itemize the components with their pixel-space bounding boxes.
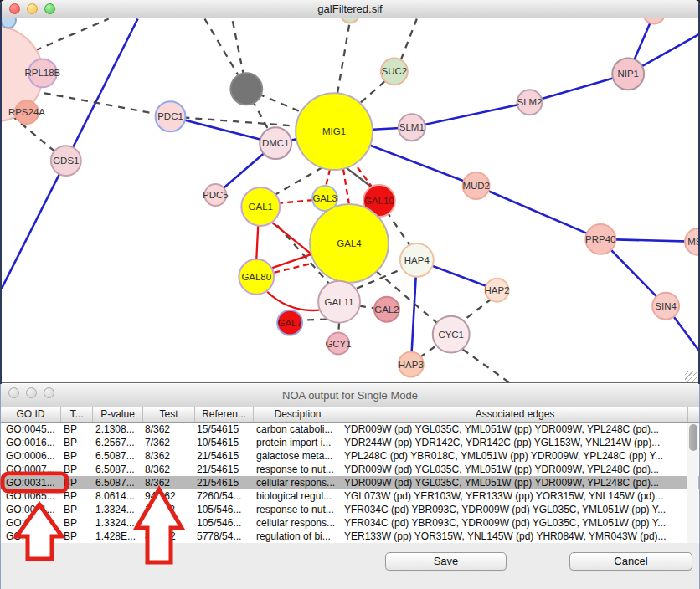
graph-node-label: HAP2 [485, 285, 510, 295]
zoom-button[interactable] [44, 387, 54, 398]
network-canvas[interactable]: RPL18BRPS24AGDS1PDC1DMC1SUC2MIG1SLM1SLM2… [2, 18, 698, 383]
close-button[interactable] [8, 387, 19, 398]
cell-type: BP [64, 463, 92, 476]
graph-node-PDC1[interactable]: PDC1 [156, 101, 186, 131]
noa-window-titlebar[interactable]: NOA output for Single Mode [1, 384, 699, 407]
cell-type: BP [64, 516, 92, 530]
graph-edge-blue[interactable] [476, 186, 601, 239]
graph-node-GCY1[interactable]: GCY1 [325, 333, 351, 355]
graph-node-DMC1[interactable]: DMC1 [260, 127, 291, 159]
cell-reference: 10/54615 [197, 436, 252, 449]
minimize-button[interactable] [27, 3, 38, 14]
table-row[interactable]: GO:0016...BP6.2567...7/36210/54615protei… [1, 436, 699, 449]
cell-reference: 105/546... [197, 516, 252, 530]
column-header-test[interactable]: Test [143, 407, 195, 422]
column-header-go-id[interactable]: GO ID [1, 407, 61, 422]
graph-edge-blue[interactable] [412, 102, 530, 127]
graph-node-GAL80[interactable]: GAL80 [239, 259, 274, 294]
graph-window-titlebar[interactable]: galFiltered.sif [2, 0, 698, 18]
cell-test: 11/362 [145, 503, 193, 516]
save-button[interactable]: Save [385, 552, 507, 571]
column-header-desciption[interactable]: Desciption [254, 407, 342, 422]
graph-edge-red-dashed[interactable] [343, 169, 349, 205]
cell-description: cellular respons... [256, 516, 341, 530]
graph-edge-dashed[interactable] [463, 350, 510, 383]
table-row[interactable]: GO:0031...BP1.3324...11/362105/546...res… [1, 503, 699, 516]
cell-go_id: GO:0065... [6, 489, 61, 503]
graph-node-label: SLM1 [399, 122, 425, 132]
graph-node-HAP4[interactable]: HAP4 [400, 243, 434, 277]
graph-node-HAP2[interactable]: HAP2 [485, 279, 510, 302]
graph-node-GAL11[interactable]: GAL11 [318, 281, 360, 323]
column-header-p-value[interactable]: P-value [93, 407, 143, 422]
table-row-selected[interactable]: GO:0031...BP6.5087...8/36221/54615cellul… [1, 476, 699, 489]
table-row[interactable]: GO:0031...BP1.3324...11/362105/546...cel… [1, 516, 699, 530]
cell-type: BP [64, 449, 92, 463]
cell-test: 7/362 [145, 436, 193, 449]
graph-node-top-green-partial[interactable] [341, 18, 359, 23]
cell-p_value: 1.3324... [95, 516, 143, 530]
cell-test: 80/362 [145, 530, 193, 543]
graph-node-MUD2[interactable]: MUD2 [462, 172, 490, 199]
graph-edge-red[interactable] [256, 226, 258, 259]
close-button[interactable] [9, 3, 20, 14]
cell-edges: YFR034C (pd) YBR093C, YDR009W (pd) YGL03… [344, 516, 687, 530]
graph-window-title: galFiltered.sif [69, 3, 631, 15]
zoom-button[interactable] [44, 3, 55, 14]
graph-node-SIN4[interactable]: SIN4 [652, 293, 679, 320]
vertical-scrollbar[interactable] [687, 423, 698, 543]
graph-node-SLM1[interactable]: SLM1 [399, 114, 425, 141]
graph-edge-dashed[interactable] [35, 19, 109, 51]
graph-node-topleft-partial[interactable] [2, 18, 16, 28]
graph-edge-dashed[interactable] [463, 299, 492, 321]
graph-node-HAP3[interactable]: HAP3 [399, 352, 424, 377]
column-header-t-[interactable]: T... [61, 407, 93, 422]
graph-edge-red[interactable] [270, 254, 314, 269]
graph-node-label: NIP1 [617, 69, 638, 79]
cell-edges: YDR009W (pd) YGL035C, YML051W (pp) YDR00… [344, 476, 687, 489]
graph-node-SLM2[interactable]: SLM2 [517, 90, 543, 115]
graph-node-label: HAP4 [404, 255, 430, 265]
graph-edge-red[interactable] [269, 220, 316, 258]
table-row[interactable]: GO:0006...BP6.5087...8/36221/54615galact… [1, 449, 699, 463]
graph-node-NIP1[interactable]: NIP1 [612, 58, 644, 90]
graph-node-CYC1[interactable]: CYC1 [433, 316, 470, 353]
graph-node-MIG1[interactable]: MIG1 [296, 93, 373, 170]
table-row[interactable]: GO:0065...BP8.0614...94/3627260/54...bio… [1, 489, 699, 503]
resize-grip[interactable] [685, 371, 697, 382]
table-row[interactable]: GO:0045...BP2.1308...8/36215/54615carbon… [1, 423, 699, 436]
graph-node-label: GDS1 [53, 156, 79, 166]
graph-edge-dashed[interactable] [361, 78, 389, 102]
graph-node-GDS1[interactable]: GDS1 [51, 146, 81, 176]
graph-node-label: DMC1 [262, 138, 290, 148]
cell-go_id: GO:0031... [6, 503, 61, 516]
cell-p_value: 6.5087... [95, 449, 143, 463]
graph-edge-red-dashed[interactable] [326, 169, 330, 187]
graph-edge-red-dashed[interactable] [277, 200, 313, 203]
graph-node-GAL2[interactable]: GAL2 [374, 297, 399, 322]
table-row[interactable]: GO:0007...BP6.5087...8/36221/54615respon… [1, 463, 699, 476]
noa-window-title: NOA output for Single Mode [68, 389, 632, 402]
graph-node-PRP40[interactable]: PRP40 [585, 224, 615, 254]
graph-node-SUC2[interactable]: SUC2 [381, 58, 408, 85]
noa-window: NOA output for Single Mode GO IDT...P-va… [0, 384, 700, 589]
scrollbar-thumb[interactable] [689, 424, 697, 451]
cancel-button[interactable]: Cancel [569, 552, 692, 571]
graph-node-top-pink-partial[interactable] [643, 18, 665, 24]
column-header-referen-[interactable]: Referen... [195, 407, 254, 422]
graph-node-GAL1[interactable]: GAL1 [241, 187, 280, 226]
graph-node-GAL4[interactable]: GAL4 [310, 204, 389, 283]
minimize-button[interactable] [26, 387, 37, 398]
graph-edge-dashed[interactable] [401, 19, 417, 60]
column-header-associated-edges[interactable]: Associated edges [342, 407, 688, 422]
graph-edge-dashed[interactable] [337, 21, 350, 94]
graph-node-label: PDC1 [157, 111, 183, 121]
graph-node-GAL7[interactable]: GAL7 [277, 310, 302, 335]
graph-node-gray-node[interactable] [230, 73, 262, 105]
graph-edge-red[interactable] [267, 292, 319, 310]
graph-edge-dashed[interactable] [419, 346, 437, 358]
cell-go_id: GO:0016... [6, 436, 61, 449]
table-row[interactable]: GO:0050...BP1.428E...80/3625778/54...reg… [1, 530, 699, 543]
graph-node-MSN[interactable]: MSN [685, 228, 698, 255]
graph-node-label: GAL10 [364, 196, 394, 206]
